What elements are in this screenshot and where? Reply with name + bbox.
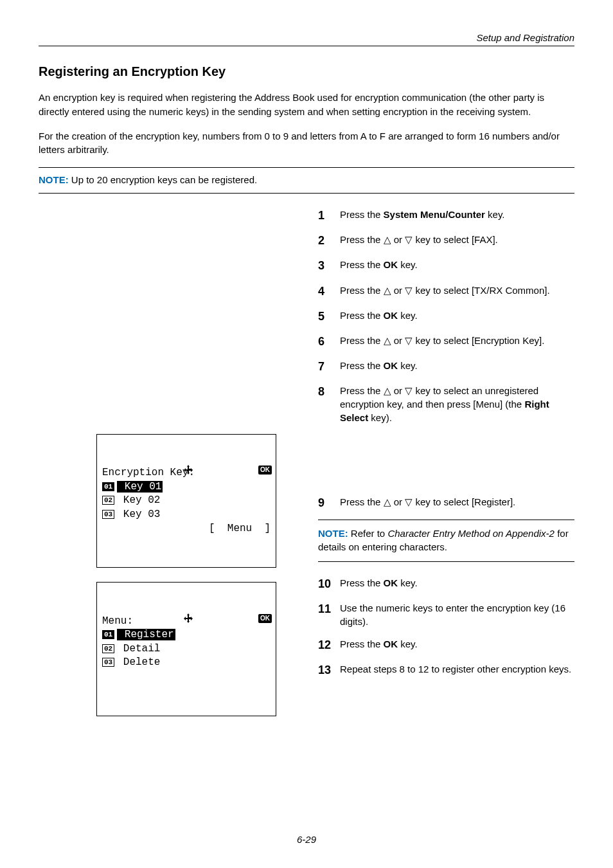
s12c: key. — [398, 638, 418, 649]
step-11: 11 Use the numeric keys to enter the enc… — [318, 601, 574, 628]
step-4: 4 Press the △ or ▽ key to select [TX/RX … — [318, 284, 574, 300]
up-triangle-icon: △ — [384, 234, 391, 245]
s3b: OK — [384, 259, 398, 270]
lcd1-footer: [ Menu ] — [102, 522, 271, 536]
lcd-nav-ok-icons: OK — [183, 437, 272, 503]
note-mid-a: Refer to — [348, 528, 388, 539]
section-title: Registering an Encryption Key — [39, 64, 574, 79]
s10c: key. — [398, 577, 418, 588]
step-7: 7 Press the OK key. — [318, 359, 574, 375]
s4b: or — [391, 285, 405, 296]
s2b: or — [391, 234, 405, 245]
s3a: Press the — [340, 259, 384, 270]
down-triangle-icon: ▽ — [405, 496, 413, 507]
lcd-panel-encryption-key: OK Encryption Key:01 Key 0102 Key 0203 K… — [96, 434, 276, 568]
lcd2-idx-3: 03 — [102, 658, 114, 667]
step-10: 10 Press the OK key. — [318, 576, 574, 592]
s1b: System Menu/Counter — [384, 209, 485, 220]
lcd2-idx-1: 01 — [102, 630, 114, 639]
step-list: 1 Press the System Menu/Counter key. 2 P… — [318, 208, 574, 512]
s7c: key. — [398, 360, 418, 371]
s12a: Press the — [340, 638, 384, 649]
up-triangle-icon: △ — [384, 385, 391, 396]
arrows-icon — [183, 437, 257, 503]
step-2: 2 Press the △ or ▽ key to select [FAX]. — [318, 233, 574, 249]
step-6: 6 Press the △ or ▽ key to select [Encryp… — [318, 334, 574, 350]
s13: Repeat steps 8 to 12 to register other e… — [340, 662, 574, 676]
header-rule — [39, 46, 574, 46]
note-mid-label: NOTE: — [318, 528, 348, 539]
note-top: NOTE: Up to 20 encryption keys can be re… — [39, 167, 574, 194]
lcd1-row3: Key 03 — [117, 509, 160, 520]
arrows-icon — [183, 585, 257, 651]
step-3: 3 Press the OK key. — [318, 258, 574, 274]
ok-badge: OK — [258, 466, 272, 475]
lcd2-idx-2: 02 — [102, 644, 114, 653]
s8b: or — [391, 385, 405, 396]
lcd1-idx-2: 02 — [102, 496, 114, 505]
running-head: Setup and Registration — [39, 32, 574, 43]
left-column: OK Encryption Key:01 Key 0102 Key 0203 K… — [39, 208, 318, 730]
s2a: Press the — [340, 234, 384, 245]
s5c: key. — [398, 310, 418, 321]
s2c: key to select [FAX]. — [413, 234, 498, 245]
intro-para-2: For the creation of the encryption key, … — [39, 129, 574, 158]
s6b: or — [391, 335, 405, 346]
content-columns: OK Encryption Key:01 Key 0102 Key 0203 K… — [39, 208, 574, 730]
page-number: 6-29 — [0, 834, 613, 845]
s10a: Press the — [340, 577, 384, 588]
down-triangle-icon: ▽ — [405, 335, 413, 346]
lcd2-row2: Detail — [117, 643, 160, 655]
step-8: 8 Press the △ or ▽ key to select an unre… — [318, 384, 574, 424]
s8d: key). — [368, 412, 392, 423]
s7a: Press the — [340, 360, 384, 371]
lcd-panel-menu: OK Menu:01 Register02 Detail03 Delete — [96, 582, 276, 716]
note-text: Up to 20 encryption keys can be register… — [69, 174, 258, 185]
lcd1-idx-1: 01 — [102, 482, 114, 491]
intro-para-1: An encryption key is required when regis… — [39, 91, 574, 119]
down-triangle-icon: ▽ — [405, 385, 413, 396]
up-triangle-icon: △ — [384, 285, 391, 296]
step-13: 13 Repeat steps 8 to 12 to register othe… — [318, 662, 574, 678]
step-12: 12 Press the OK key. — [318, 637, 574, 653]
document-page: Setup and Registration 6 Registering an … — [0, 0, 613, 868]
s12b: OK — [384, 638, 398, 649]
step-list-2: 10 Press the OK key. 11 Use the numeric … — [318, 576, 574, 679]
note-mid-italic: Character Entry Method on Appendix-2 — [387, 528, 555, 539]
s7b: OK — [384, 360, 398, 371]
step-5: 5 Press the OK key. — [318, 309, 574, 325]
s1a: Press the — [340, 209, 384, 220]
lcd1-idx-3: 03 — [102, 510, 114, 519]
s4c: key to select [TX/RX Common]. — [413, 285, 549, 296]
lcd-nav-ok-icons-2: OK — [183, 585, 272, 651]
s10b: OK — [384, 577, 398, 588]
step-9: 9 Press the △ or ▽ key to select [Regist… — [318, 495, 574, 511]
lcd1-row2: Key 02 — [117, 494, 160, 506]
ok-badge: OK — [258, 614, 272, 623]
s8a: Press the — [340, 385, 384, 396]
note-mid: NOTE: Refer to Character Entry Method on… — [318, 520, 574, 562]
s9c: key to select [Register]. — [413, 496, 515, 507]
s11: Use the numeric keys to enter the encryp… — [340, 601, 574, 628]
down-triangle-icon: ▽ — [405, 234, 413, 245]
note-label: NOTE: — [39, 174, 69, 185]
up-triangle-icon: △ — [384, 335, 391, 346]
up-triangle-icon: △ — [384, 496, 391, 507]
s6a: Press the — [340, 335, 384, 346]
right-column: 1 Press the System Menu/Counter key. 2 P… — [318, 208, 574, 687]
s9b: or — [391, 496, 405, 507]
s5b: OK — [384, 310, 398, 321]
s3c: key. — [398, 259, 418, 270]
lcd1-row1: Key 01 — [117, 481, 163, 493]
s5a: Press the — [340, 310, 384, 321]
lcd2-row3: Delete — [117, 656, 160, 668]
step-1: 1 Press the System Menu/Counter key. — [318, 208, 574, 224]
lcd2-row1: Register — [117, 629, 175, 640]
s6c: key to select [Encryption Key]. — [413, 335, 544, 346]
s1c: key. — [485, 209, 505, 220]
s9a: Press the — [340, 496, 384, 507]
down-triangle-icon: ▽ — [405, 285, 413, 296]
s4a: Press the — [340, 285, 384, 296]
